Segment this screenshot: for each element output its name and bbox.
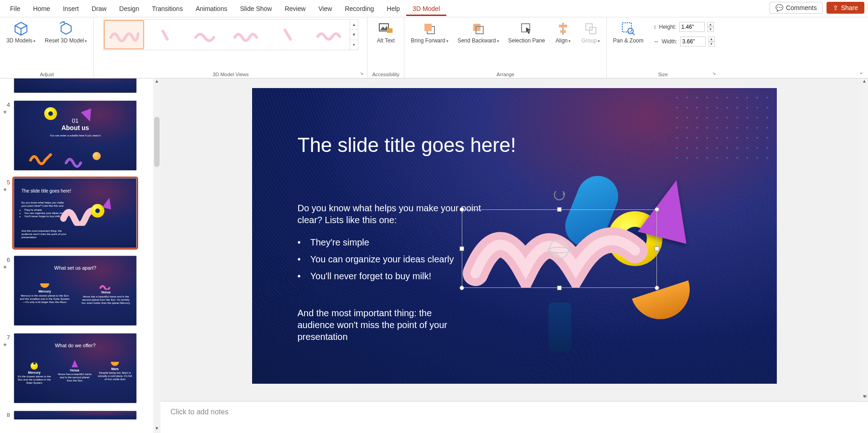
resize-handle-s[interactable] [557,286,562,290]
resize-handle-e[interactable] [655,246,659,251]
resize-handle-nw[interactable] [460,207,464,212]
send-backward-button[interactable]: Send Backward▾ [456,19,501,46]
reset-cube-icon [58,21,74,37]
thumb-3-row: Our clientsYou can describe the topic of… [0,78,153,99]
3d-orbit-handle[interactable] [549,239,569,259]
height-down[interactable]: ▼ [708,27,714,32]
view-thumb-6[interactable] [309,20,350,50]
height-up[interactable]: ▲ [708,22,714,27]
tab-transitions[interactable]: Transitions [145,1,189,16]
gallery-up[interactable]: ▲ [350,20,358,30]
group-label-arrange: Arrange [409,71,602,77]
width-down[interactable]: ▼ [708,42,715,47]
thumb-scroll-up[interactable]: ▲ [153,78,160,86]
slide-canvas[interactable]: The slide title goes here! Do you know w… [252,88,777,384]
group-adjust: 3D Models▾ Reset 3D Model▾ Adjust [0,17,94,78]
gallery-down[interactable]: ▼ [350,30,358,40]
chevron-down-icon: ▾ [446,39,449,43]
slide-area[interactable]: The slide title goes here! Do you know w… [160,78,868,401]
resize-handle-n[interactable] [557,207,562,212]
notes-pane[interactable]: Click to add notes [160,401,868,433]
reset-3d-model-button[interactable]: Reset 3D Model▾ [43,19,89,46]
width-input[interactable] [680,37,706,47]
view-thumb-1[interactable] [103,20,145,50]
align-button[interactable]: Align▾ [552,19,574,46]
bring-forward-button[interactable]: Bring Forward▾ [409,19,450,46]
group-label-views: 3D Model Views [98,71,362,77]
svg-rect-8 [424,24,432,31]
tab-draw[interactable]: Draw [85,1,113,16]
slide-thumb-4[interactable]: 01 About us You can enter a subtitle her… [14,100,137,171]
tab-file[interactable]: File [4,1,27,16]
svg-rect-11 [522,24,530,32]
collapse-pane-button[interactable]: « [864,393,867,399]
slide-thumb-3[interactable]: Our clientsYou can describe the topic of… [14,78,137,93]
rotate-handle[interactable] [554,189,565,200]
view-thumb-5[interactable] [268,20,309,50]
tab-view[interactable]: View [312,1,338,16]
pan-zoom-button[interactable]: Pan & Zoom [611,19,646,46]
tab-help[interactable]: Help [380,1,406,16]
tab-design[interactable]: Design [113,1,146,16]
selection-pane-label: Selection Pane [508,37,545,44]
size-launcher[interactable]: ↘ [712,71,718,76]
width-label: Width: [662,38,677,45]
thumb-4-number: 4 [3,100,10,108]
group-icon [583,21,599,37]
selection-pane-button[interactable]: Selection Pane [506,19,547,46]
magenta-cone-icon [72,360,78,367]
view-thumb-3[interactable] [186,20,227,50]
slide-title[interactable]: The slide title goes here! [298,134,516,157]
ribbon-collapse[interactable]: ⌄ [859,69,863,75]
slide-bullets[interactable]: They're simple You can organize your ide… [298,234,454,285]
views-launcher[interactable]: ↘ [360,71,365,76]
height-input[interactable] [679,22,705,32]
resize-handle-sw[interactable] [460,286,464,290]
svg-rect-18 [622,23,631,32]
selected-3d-model[interactable] [462,209,657,288]
alt-text-button[interactable]: Alt Text [375,19,397,46]
svg-line-20 [632,33,635,35]
send-backward-label: Send Backward [458,37,496,44]
resize-handle-se[interactable] [655,286,659,290]
comments-button[interactable]: 💬 Comments [770,2,823,14]
gallery-more[interactable]: ▾ [350,40,358,50]
pan-zoom-label: Pan & Zoom [613,37,644,44]
share-button[interactable]: ⇪ Share [827,2,864,14]
3d-models-button[interactable]: 3D Models▾ [5,19,37,46]
group-size: Pan & Zoom ↕ Height: ▲▼ ↔ Width: ▲▼ Size… [607,17,719,78]
view-thumb-2[interactable] [145,20,186,50]
slide-thumb-8[interactable] [14,411,137,420]
thumb-4-row: 4★ 01 About us You can enter a subtitle … [0,99,153,176]
resize-handle-w[interactable] [460,246,464,251]
animation-star-icon: ★ [3,187,10,193]
tab-slideshow[interactable]: Slide Show [233,1,278,16]
slide-thumb-7[interactable]: What do we offer? MercuryIt's the closes… [14,333,137,403]
background-dots [672,93,772,166]
group-button: Group▾ [579,19,601,46]
editor-scrollbar[interactable]: ▲ ▼ [861,78,868,401]
group-3d-views: ▲ ▼ ▾ 3D Model Views ↘ [94,17,367,78]
tab-review[interactable]: Review [278,1,312,16]
thumb-scroll-down[interactable]: ▼ [153,426,160,433]
view-thumb-4[interactable] [227,20,268,50]
resize-handle-ne[interactable] [655,207,659,212]
height-icon: ↕ [654,24,656,30]
editor-scroll-up[interactable]: ▲ [861,78,868,86]
tab-recording[interactable]: Recording [338,1,380,16]
ribbon: 3D Models▾ Reset 3D Model▾ Adjust [0,17,868,78]
slide-thumb-6[interactable]: What set us apart? Mercury Mercury is th… [14,256,137,326]
alt-text-label: Alt Text [377,37,395,44]
slide-outro[interactable]: And the most important thing: the audien… [298,307,471,343]
tab-home[interactable]: Home [27,1,57,16]
tab-animations[interactable]: Animations [189,1,233,16]
tab-3d-model[interactable]: 3D Model [406,1,446,16]
align-label: Align [556,37,568,44]
tab-insert[interactable]: Insert [57,1,85,16]
thumb-scroll-handle[interactable] [154,117,160,167]
slide-intro[interactable]: Do you know what helps you make your poi… [298,202,489,226]
alt-text-icon [378,21,393,37]
width-up[interactable]: ▲ [708,37,715,42]
slide-thumb-5[interactable]: The slide title goes here! Do you know w… [14,178,137,248]
thumb-scrollbar[interactable]: ▲ ▼ [153,78,160,433]
